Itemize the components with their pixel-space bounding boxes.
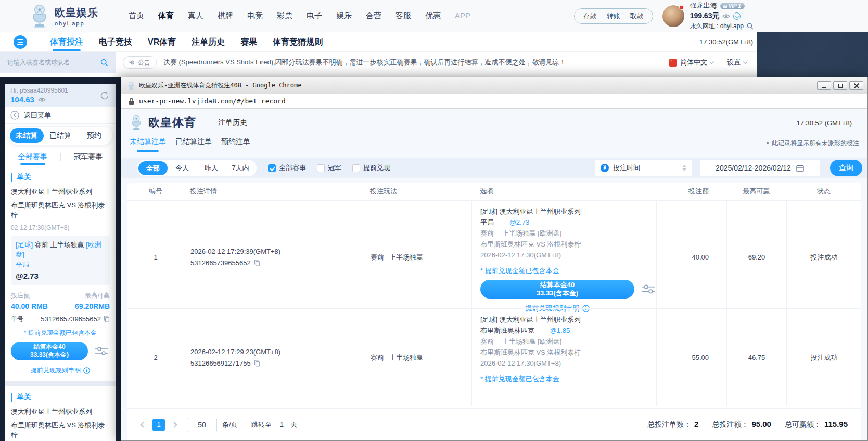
- page-size-input[interactable]: [187, 418, 217, 432]
- sort-select[interactable]: ¥ 投注时间: [595, 160, 692, 176]
- site-logo[interactable]: 欧皇娱乐 ohyl.app: [29, 4, 98, 28]
- speaker-icon: [129, 60, 135, 66]
- cashout-button[interactable]: 结算本金40 33.33(含本金): [480, 280, 634, 299]
- col-number: 编号: [127, 187, 184, 196]
- stake-label: 投注额: [11, 291, 30, 300]
- settings-select[interactable]: 设置: [727, 58, 747, 67]
- tab-settled-orders[interactable]: 已结算注单: [175, 134, 212, 152]
- window-title-bar[interactable]: 欧皇娱乐-亚洲在线体育竞猜投注408 - Google Chrome: [121, 77, 867, 94]
- sidebar-user-card: Hi, p5saa420995601 104.63: [5, 84, 116, 107]
- nav-esports[interactable]: 电竞: [247, 11, 263, 21]
- cashout-button[interactable]: 结算本金40 33.33(含本金): [11, 342, 88, 360]
- popup-body: 欧皇体育 注单历史 17:30:52 (GMT+8) 未结算注单 已结算注单 预…: [121, 109, 867, 440]
- top-bar: 欧皇娱乐 ohyl.app 首页 体育 真人 棋牌 电竞 彩票 电子 娱乐 合营…: [0, 0, 868, 32]
- subnav-bet-history[interactable]: 注单历史: [192, 32, 225, 52]
- tab-all-events[interactable]: 全部赛事: [18, 148, 47, 166]
- quick-date-filters: 全部 今天 昨天 7天内: [137, 160, 257, 176]
- nav-app[interactable]: APP: [455, 11, 470, 21]
- prev-page-icon[interactable]: [140, 422, 146, 427]
- withdraw-button[interactable]: 取款: [630, 11, 644, 21]
- copy-icon[interactable]: [254, 260, 260, 266]
- team-search-input[interactable]: [7, 59, 100, 66]
- subnav-vr-sports[interactable]: VR体育: [148, 32, 176, 52]
- nav-entertainment[interactable]: 娱乐: [336, 11, 352, 21]
- back-arrow-icon: [10, 111, 19, 120]
- nav-promo[interactable]: 优惠: [425, 11, 441, 21]
- bet-sidebar: Hi, p5saa420995601 104.63 返回菜单 未结算 已结算 预…: [5, 84, 116, 441]
- minimize-button[interactable]: [817, 81, 831, 90]
- transfer-button[interactable]: 转账: [607, 11, 620, 21]
- checkbox-champion[interactable]: 冠军: [317, 163, 341, 173]
- date-range-picker[interactable]: 2025/02/12-2026/02/12: [700, 160, 820, 176]
- cashout-settings-icon[interactable]: [641, 283, 656, 295]
- filter-all[interactable]: 全部: [138, 161, 168, 175]
- cashout-rule-link[interactable]: 提前兑现规则申明: [11, 366, 110, 375]
- close-button[interactable]: [849, 81, 863, 90]
- bet-placed-time: 2026-02-12 17:29:39(GMT+8): [190, 246, 365, 257]
- filter-today[interactable]: 今天: [168, 163, 197, 173]
- copy-icon[interactable]: [104, 316, 110, 322]
- back-to-menu[interactable]: 返回菜单: [5, 107, 116, 124]
- cashout-settings-icon[interactable]: [95, 346, 108, 356]
- team-search-box: [0, 52, 116, 73]
- tab-reserved-orders[interactable]: 预约注单: [221, 134, 250, 152]
- summary-totals: 总投注单数：2 总投注额：95.00 总可赢额：115.95: [647, 420, 848, 430]
- refresh-icon[interactable]: [99, 90, 110, 101]
- eye-icon[interactable]: [722, 14, 730, 19]
- row-number: 2: [127, 309, 184, 406]
- filter-yesterday[interactable]: 昨天: [197, 163, 226, 173]
- tab-champion-events[interactable]: 冠军赛事: [73, 148, 103, 166]
- balance-refresh-icon[interactable]: [733, 12, 741, 20]
- play-stage: 赛前: [371, 353, 384, 362]
- tab-settled[interactable]: 已结算: [44, 128, 78, 143]
- avatar[interactable]: [662, 5, 684, 27]
- user-name: 强龙出海: [690, 1, 717, 10]
- nav-affiliate[interactable]: 合营: [366, 11, 381, 21]
- tab-reserved[interactable]: 预约: [77, 128, 111, 143]
- checkbox-cashout[interactable]: 提前兑现: [352, 163, 390, 173]
- checkbox-unchecked-icon: [317, 164, 325, 172]
- maximize-button[interactable]: [833, 81, 847, 90]
- subnav-sports-betting[interactable]: 体育投注: [50, 32, 83, 52]
- nav-slots[interactable]: 电子: [307, 11, 322, 21]
- nav-cards[interactable]: 棋牌: [218, 11, 233, 21]
- order-number: 5312665739655652: [41, 315, 101, 323]
- nav-lottery[interactable]: 彩票: [277, 11, 292, 21]
- order-label: 单号: [11, 315, 23, 323]
- option-pick: 平局: [480, 218, 494, 226]
- filter-7days[interactable]: 7天内: [226, 163, 255, 173]
- row-number: 1: [127, 201, 184, 314]
- checkbox-all-events[interactable]: 全部赛事: [268, 163, 306, 173]
- tab-unsettled[interactable]: 未结算: [10, 128, 44, 143]
- menu-icon[interactable]: [14, 35, 27, 49]
- url-search-icon[interactable]: [747, 23, 754, 30]
- subnav-esports[interactable]: 电子竞技: [99, 32, 132, 52]
- eye-icon[interactable]: [38, 97, 46, 102]
- subnav-rules[interactable]: 体育竞猜规则: [273, 32, 323, 52]
- subnav-results[interactable]: 赛果: [240, 32, 257, 52]
- deposit-button[interactable]: 存款: [583, 11, 597, 21]
- nav-sports[interactable]: 体育: [158, 11, 174, 21]
- announcement-row: 公告 决赛 (Speedrunners VS Shots Fired),因部分玩…: [0, 52, 757, 76]
- option-stage: 赛前: [480, 229, 494, 237]
- url-bar[interactable]: user-pc-new.lvjida8.com/#/bet_record: [121, 94, 867, 109]
- page-number-button[interactable]: 1: [152, 419, 165, 431]
- window-title: 欧皇娱乐-亚洲在线体育竞猜投注408 - Google Chrome: [139, 81, 302, 90]
- search-icon[interactable]: [100, 59, 108, 67]
- language-select[interactable]: 简体中文: [669, 58, 713, 67]
- announcement-text: 决赛 (Speedrunners VS Shots Fired),因部分玩法赛果…: [163, 58, 662, 67]
- total-win-label: 总可赢额：: [785, 420, 821, 429]
- page: 欧皇娱乐 ohyl.app 首页 体育 真人 棋牌 电竞 彩票 电子 娱乐 合营…: [0, 0, 868, 441]
- jump-page-value[interactable]: 1: [280, 421, 284, 429]
- nav-home[interactable]: 首页: [129, 11, 144, 21]
- tab-unsettled-orders[interactable]: 未结算注单: [130, 134, 166, 152]
- option-market: 上半场独赢 [欧洲盘]: [502, 229, 562, 237]
- bet-time: 02-12 17:30(GMT+8): [11, 224, 110, 231]
- next-page-icon[interactable]: [171, 422, 177, 427]
- nav-live[interactable]: 真人: [188, 11, 203, 21]
- jump-to-label: 跳转至: [251, 420, 272, 430]
- query-button[interactable]: 查询: [830, 160, 862, 176]
- copy-icon[interactable]: [254, 360, 260, 367]
- nav-service[interactable]: 客服: [395, 11, 411, 21]
- user-balance: 199.63元: [690, 11, 720, 21]
